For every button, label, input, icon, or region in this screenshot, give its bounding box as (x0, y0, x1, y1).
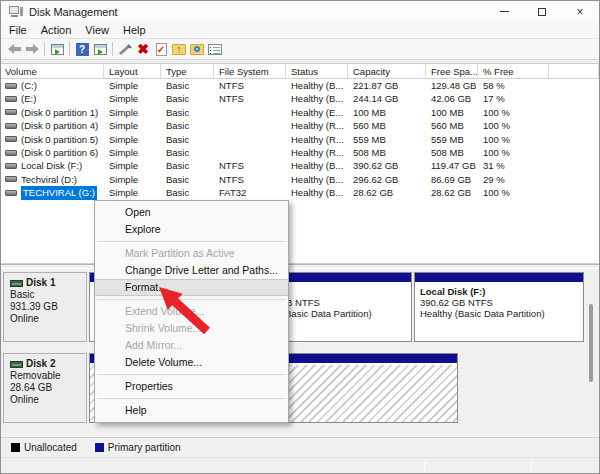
table-row[interactable]: (Disk 0 partition 4)SimpleBasicHealthy (… (1, 119, 599, 132)
cell-capacity: 508 MB (348, 146, 426, 159)
help-icon[interactable]: ? (73, 41, 91, 58)
cell-capacity: 390.62 GB (348, 159, 426, 172)
menu-item-explore[interactable]: Explore (95, 221, 288, 238)
graphical-view: Disk 1 Basic 931.39 GB Online Techviral … (1, 269, 599, 436)
disk-2-panel[interactable]: Disk 2 Removable 28.64 GB Online (3, 353, 87, 423)
cell-pct: 100 % (478, 119, 549, 132)
menu-item-open[interactable]: Open (95, 204, 288, 221)
cell-capacity: 100 MB (348, 106, 426, 119)
primary-partition-swatch (95, 443, 104, 452)
cell-pct: 17 % (478, 92, 549, 105)
status-bar (1, 457, 599, 473)
cell-fs: NTFS (214, 173, 286, 186)
cell-volume: TECHVIRAL (G:) (1, 186, 104, 199)
menu-item-help[interactable]: Help (95, 402, 288, 419)
cell-layout: Simple (104, 106, 161, 119)
column-header-layout[interactable]: Layout (104, 64, 161, 78)
details-view-icon[interactable] (206, 41, 224, 58)
cell-capacity: 559 MB (348, 133, 426, 146)
cell-filler (549, 133, 599, 146)
check-disk-icon[interactable]: ✓ (152, 41, 170, 58)
menu-item-delete-volume[interactable]: Delete Volume... (95, 354, 288, 371)
table-row[interactable]: (Disk 0 partition 6)SimpleBasicHealthy (… (1, 146, 599, 159)
cell-type: Basic (161, 159, 214, 172)
disk-icon (10, 361, 23, 368)
cell-volume: (C:) (1, 79, 104, 92)
cell-pct: 58 % (478, 79, 549, 92)
back-arrow-icon[interactable] (5, 41, 23, 58)
table-row[interactable]: (Disk 0 partition 1)SimpleBasicHealthy (… (1, 106, 599, 119)
column-header-capacity[interactable]: Capacity (348, 64, 426, 78)
menu-item-properties[interactable]: Properties (95, 378, 288, 395)
column-header-volume[interactable]: Volume (1, 64, 104, 78)
cell-type: Basic (161, 186, 214, 199)
cell-capacity: 244.14 GB (348, 92, 426, 105)
delete-volume-icon[interactable]: ✖ (134, 41, 152, 58)
explore-folder-icon[interactable] (188, 41, 206, 58)
column-header-type[interactable]: Type (161, 64, 214, 78)
volume-icon (5, 96, 17, 102)
table-row[interactable]: (C:)SimpleBasicNTFSHealthy (B...221.87 G… (1, 79, 599, 92)
cell-volume: (Disk 0 partition 6) (1, 146, 104, 159)
cell-free: 508 MB (426, 146, 478, 159)
disk-1-name: Disk 1 (26, 277, 55, 289)
vertical-scrollbar[interactable] (589, 304, 593, 382)
cell-capacity: 28.62 GB (348, 186, 426, 199)
cell-type: Basic (161, 119, 214, 132)
cell-layout: Simple (104, 173, 161, 186)
legend-primary-partition-label: Primary partition (108, 442, 181, 453)
cell-status: Healthy (R... (286, 146, 348, 159)
column-header-free-space[interactable]: Free Spa... (426, 64, 478, 78)
cell-fs: FAT32 (214, 186, 286, 199)
menu-file[interactable]: File (1, 24, 34, 36)
partition-local-disk-f[interactable]: Local Disk (F:)390.62 GB NTFSHealthy (Ba… (414, 272, 584, 342)
menu-action[interactable]: Action (34, 24, 79, 36)
disk-1-row: Disk 1 Basic 931.39 GB Online Techviral … (1, 272, 599, 342)
disk-1-panel[interactable]: Disk 1 Basic 931.39 GB Online (3, 272, 87, 342)
disk-icon (10, 280, 23, 287)
volume-icon (5, 190, 17, 196)
column-header-file-system[interactable]: File System (214, 64, 286, 78)
cell-type: Basic (161, 79, 214, 92)
disk-2-type: Removable (10, 370, 86, 382)
action-pane-icon[interactable] (91, 41, 109, 58)
minimize-button[interactable] (485, 1, 523, 22)
cell-fs: NTFS (214, 79, 286, 92)
volume-list-header: Volume Layout Type File System Status Ca… (1, 64, 599, 79)
cell-type: Basic (161, 146, 214, 159)
disk-2-size: 28.64 GB (10, 382, 86, 394)
table-row[interactable]: (Disk 0 partition 5)SimpleBasicHealthy (… (1, 133, 599, 146)
table-row[interactable]: Local Disk (F:)SimpleBasicNTFSHealthy (B… (1, 159, 599, 172)
maximize-button[interactable] (523, 1, 561, 22)
column-header-pct-free[interactable]: % Free (478, 64, 549, 78)
forward-arrow-icon[interactable] (23, 41, 41, 58)
window-title: Disk Management (29, 6, 118, 18)
cell-status: Healthy (B... (286, 159, 348, 172)
table-row[interactable]: Techviral (D:)SimpleBasicNTFSHealthy (B.… (1, 173, 599, 186)
cell-layout: Simple (104, 159, 161, 172)
column-header-status[interactable]: Status (286, 64, 348, 78)
cell-pct: 100 % (478, 186, 549, 199)
menu-help[interactable]: Help (116, 24, 153, 36)
cell-fs (214, 119, 286, 132)
menu-view[interactable]: View (78, 24, 116, 36)
app-icon (9, 6, 23, 17)
cell-layout: Simple (104, 186, 161, 199)
cell-filler (549, 79, 599, 92)
cell-volume: Local Disk (F:) (1, 159, 104, 172)
cell-free: 100 MB (426, 106, 478, 119)
cell-layout: Simple (104, 79, 161, 92)
cell-volume: (Disk 0 partition 4) (1, 119, 104, 132)
volume-icon (5, 123, 17, 129)
volume-icon (5, 176, 17, 182)
cell-filler (549, 186, 599, 199)
table-row[interactable]: TECHVIRAL (G:)SimpleBasicFAT32Healthy (B… (1, 186, 599, 199)
cell-type: Basic (161, 173, 214, 186)
cell-layout: Simple (104, 119, 161, 132)
console-tree-icon[interactable] (48, 41, 66, 58)
device-manager-icon[interactable] (116, 41, 134, 58)
cell-free: 42.06 GB (426, 92, 478, 105)
table-row[interactable]: (E:)SimpleBasicNTFSHealthy (B...244.14 G… (1, 92, 599, 105)
open-folder-icon[interactable]: ↑ (170, 41, 188, 58)
close-button[interactable]: × (561, 1, 599, 22)
